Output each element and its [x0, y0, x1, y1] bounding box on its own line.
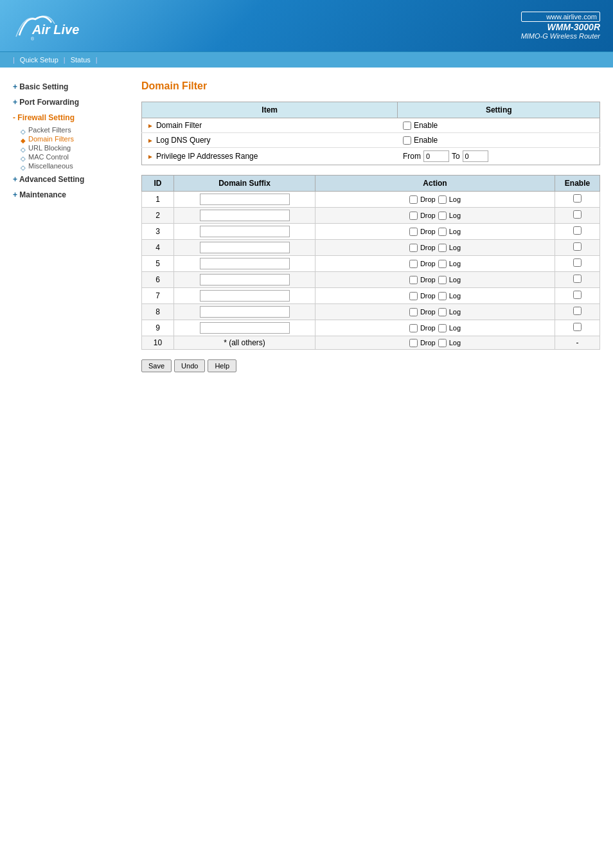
- sidebar-item-url-blocking[interactable]: URL Blocking: [21, 143, 129, 152]
- arrow-privilege: ►: [147, 153, 154, 160]
- enable-checkbox-9[interactable]: [573, 323, 582, 331]
- diamond-url: [21, 145, 26, 150]
- enable-checkbox-2[interactable]: [573, 210, 582, 219]
- log-checkbox-3[interactable]: [438, 228, 447, 236]
- drop-checkbox-5[interactable]: [409, 260, 418, 268]
- drop-checkbox-8[interactable]: [409, 308, 418, 316]
- url-blocking-label: URL Blocking: [28, 144, 71, 152]
- sidebar-item-maintenance[interactable]: + Maintenance: [13, 188, 129, 201]
- suffix-input-4[interactable]: [200, 242, 290, 253]
- to-input[interactable]: [463, 150, 488, 162]
- row-enable-6: [555, 272, 600, 288]
- enable-checkbox-1[interactable]: [573, 194, 582, 203]
- drop-checkbox-6[interactable]: [409, 276, 418, 284]
- from-input[interactable]: [423, 150, 449, 162]
- suffix-input-3[interactable]: [200, 226, 290, 237]
- log-checkbox-1[interactable]: [438, 195, 447, 204]
- col-id: ID: [142, 176, 174, 192]
- enable-checkbox-8[interactable]: [573, 307, 582, 315]
- plus-icon-basic: +: [13, 82, 19, 91]
- diamond-mac: [21, 154, 26, 159]
- drop-checkbox-3[interactable]: [409, 228, 418, 236]
- sidebar-item-domain-filters[interactable]: Domain Filters: [21, 134, 129, 143]
- to-label: To: [452, 152, 460, 161]
- log-dns-checkbox[interactable]: [403, 136, 411, 145]
- drop-checkbox-2[interactable]: [409, 212, 418, 220]
- packet-filters-label: Packet Filters: [28, 126, 71, 134]
- drop-checkbox-1[interactable]: [409, 195, 418, 204]
- sidebar-item-mac-control[interactable]: MAC Control: [21, 152, 129, 161]
- enable-checkbox-4[interactable]: [573, 242, 582, 251]
- table-row: 4DropLog: [142, 240, 600, 256]
- suffix-input-1[interactable]: [200, 194, 290, 205]
- nav-bar: | Quick Setup | Status |: [0, 51, 613, 68]
- nav-separator2: |: [64, 56, 66, 64]
- header-right: www.airlive.com WMM-3000R MIMO-G Wireles…: [521, 12, 600, 40]
- suffix-input-8[interactable]: [200, 306, 290, 318]
- drop-checkbox-9[interactable]: [409, 324, 418, 332]
- suffix-input-2[interactable]: [200, 210, 290, 221]
- drop-checkbox-4[interactable]: [409, 244, 418, 252]
- sidebar-item-firewall-setting[interactable]: - Firewall Setting: [13, 111, 129, 124]
- enable-checkbox-6[interactable]: [573, 275, 582, 283]
- row-action-4: DropLog: [315, 240, 555, 256]
- model-label: WMM-3000R: [521, 22, 600, 32]
- help-button[interactable]: Help: [208, 359, 236, 372]
- row-suffix-1: [174, 192, 315, 208]
- status-link[interactable]: Status: [67, 55, 94, 65]
- enable-checkbox-7[interactable]: [573, 291, 582, 299]
- row-id-9: 9: [142, 320, 174, 336]
- website-label: www.airlive.com: [521, 12, 600, 22]
- nav-separator3: |: [96, 56, 98, 64]
- row-id-4: 4: [142, 240, 174, 256]
- sidebar-section-basic: + Basic Setting: [13, 80, 129, 93]
- sidebar-item-packet-filters[interactable]: Packet Filters: [21, 125, 129, 134]
- enable-checkbox-3[interactable]: [573, 226, 582, 235]
- log-checkbox-5[interactable]: [438, 260, 447, 268]
- drop-checkbox-10[interactable]: [409, 339, 418, 347]
- suffix-input-9[interactable]: [200, 322, 290, 334]
- table-row: 6DropLog: [142, 272, 600, 288]
- row-id-5: 5: [142, 256, 174, 272]
- suffix-input-7[interactable]: [200, 290, 290, 302]
- log-checkbox-6[interactable]: [438, 276, 447, 284]
- main-layout: + Basic Setting + Port Forwarding - Fire…: [0, 68, 613, 385]
- basic-setting-label: Basic Setting: [19, 82, 68, 91]
- log-checkbox-2[interactable]: [438, 212, 447, 220]
- table-row: 8DropLog: [142, 304, 600, 320]
- sidebar-item-miscellaneous[interactable]: Miscellaneous: [21, 161, 129, 170]
- sidebar-item-port-forwarding[interactable]: + Port Forwarding: [13, 96, 129, 109]
- save-button[interactable]: Save: [141, 359, 172, 372]
- domain-filter-checkbox[interactable]: [403, 122, 411, 130]
- undo-button[interactable]: Undo: [174, 359, 205, 372]
- row-enable-5: [555, 256, 600, 272]
- log-checkbox-10[interactable]: [438, 339, 447, 347]
- suffix-input-5[interactable]: [200, 258, 290, 269]
- sidebar-item-basic-setting[interactable]: + Basic Setting: [13, 80, 129, 93]
- enable-checkbox-5[interactable]: [573, 258, 582, 267]
- log-checkbox-4[interactable]: [438, 244, 447, 252]
- suffix-input-6[interactable]: [200, 274, 290, 285]
- row-enable-7: [555, 288, 600, 304]
- row-action-8: DropLog: [315, 304, 555, 320]
- col-action: Action: [315, 176, 555, 192]
- domain-filters-label: Domain Filters: [28, 135, 74, 143]
- row-suffix-3: [174, 224, 315, 240]
- sidebar: + Basic Setting + Port Forwarding - Fire…: [13, 80, 129, 372]
- sidebar-item-advanced-setting[interactable]: + Advanced Setting: [13, 173, 129, 186]
- advanced-setting-label: Advanced Setting: [19, 175, 84, 184]
- log-checkbox-7[interactable]: [438, 292, 447, 300]
- row-id-6: 6: [142, 272, 174, 288]
- settings-row-log-dns: ► Log DNS Query Enable: [142, 133, 600, 148]
- domain-filter-enable-label: Enable: [414, 121, 438, 130]
- row-action-3: DropLog: [315, 224, 555, 240]
- table-row: 1DropLog: [142, 192, 600, 208]
- quick-setup-link[interactable]: Quick Setup: [16, 55, 62, 65]
- log-checkbox-8[interactable]: [438, 308, 447, 316]
- row-action-1: DropLog: [315, 192, 555, 208]
- item-log-dns: ► Log DNS Query: [142, 133, 398, 148]
- table-row: 10* (all others)DropLog-: [142, 336, 600, 350]
- header: Air Live ® www.airlive.com WMM-3000R MIM…: [0, 0, 613, 51]
- log-checkbox-9[interactable]: [438, 324, 447, 332]
- drop-checkbox-7[interactable]: [409, 292, 418, 300]
